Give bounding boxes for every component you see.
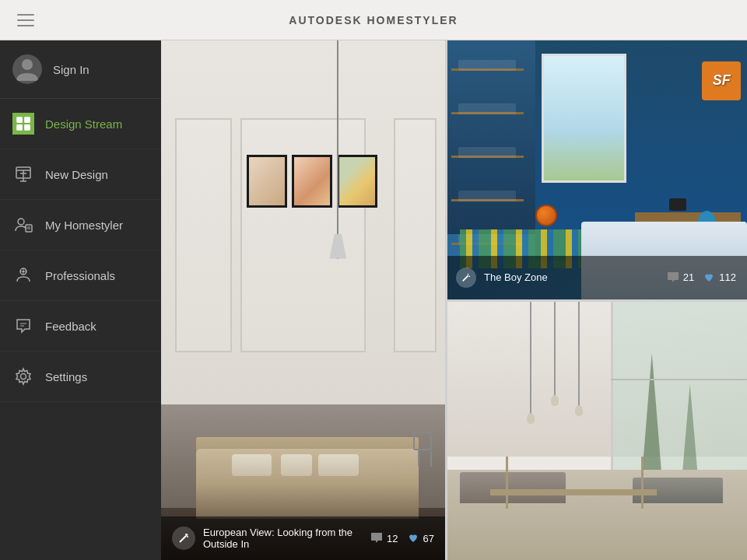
ms-table-leg-1	[506, 457, 508, 509]
ms-pendant-3	[578, 302, 580, 411]
svg-rect-4	[24, 124, 30, 131]
boy-zone-like-count: 112	[719, 271, 736, 283]
ms-pendant-bulb-3	[575, 405, 583, 416]
svg-line-28	[187, 534, 188, 535]
hamburger-line-2	[17, 19, 34, 21]
ms-glass-bar	[611, 379, 747, 380]
ms-pendant-bulb-1	[527, 413, 535, 424]
sign-in-item[interactable]: Sign In	[0, 40, 161, 99]
svg-rect-2	[24, 117, 30, 123]
sidebar-label-new-design: New Design	[45, 168, 108, 181]
svg-point-11	[18, 219, 24, 225]
modern-scene	[445, 302, 747, 561]
app-title-bold: HOMESTYLER	[366, 14, 458, 26]
pillow-1	[232, 454, 272, 476]
card-main-overlay: European View: Looking from the Outside …	[161, 516, 445, 560]
app-title: AUTODESK HOMESTYLER	[289, 14, 458, 26]
heart-icon	[406, 531, 420, 545]
bz-team-logo: SF	[702, 61, 741, 100]
card-boy-zone-title: The Boy Zone	[484, 271, 658, 283]
bedroom-scene	[161, 40, 445, 560]
svg-point-16	[23, 271, 25, 273]
hamburger-line-1	[17, 14, 34, 16]
card-main-title: European View: Looking from the Outside …	[203, 527, 362, 550]
comment-icon-bz	[666, 271, 680, 285]
svg-rect-1	[16, 117, 23, 123]
person-icon	[12, 54, 42, 84]
sidebar-item-design-stream[interactable]: Design Stream	[0, 99, 161, 149]
pillow-2	[281, 454, 312, 476]
sidebar-label-professionals: Professionals	[45, 269, 115, 282]
professionals-icon	[12, 264, 34, 286]
wall-panel-center	[240, 118, 366, 352]
feedback-icon	[12, 315, 34, 337]
bz-monitor	[669, 198, 686, 211]
svg-point-23	[21, 374, 26, 380]
sidebar-item-settings[interactable]: Settings	[0, 352, 161, 402]
main-like-count: 67	[423, 533, 434, 544]
app-header: AUTODESK HOMESTYLER	[0, 0, 747, 40]
sidebar: Sign In Design Stream	[0, 40, 161, 560]
svg-line-24	[180, 536, 186, 542]
svg-line-29	[463, 275, 468, 281]
card-main-comments: 12	[370, 531, 398, 545]
sidebar-item-professionals[interactable]: Professionals	[0, 250, 161, 301]
design-stream-icon	[12, 113, 34, 135]
nightstand-chair	[413, 432, 437, 467]
bed-frame	[175, 418, 439, 519]
sidebar-label-settings: Settings	[45, 370, 87, 383]
ms-sofa-1	[460, 472, 566, 503]
wall-panel-left	[175, 118, 232, 352]
bz-window	[542, 54, 626, 183]
app-title-regular: AUTODESK	[289, 14, 362, 26]
wand-icon-small	[461, 273, 471, 282]
new-design-icon	[12, 163, 34, 185]
sidebar-label-feedback: Feedback	[45, 320, 96, 333]
card-main-likes: 67	[406, 531, 434, 545]
svg-point-0	[22, 59, 33, 70]
wand-button[interactable]	[172, 527, 195, 550]
pendant-lamp	[337, 40, 338, 259]
my-homestyler-icon	[12, 214, 34, 236]
right-panel: SF The Boy Zone 21	[445, 40, 747, 560]
ms-pendant-2	[554, 302, 556, 400]
ms-table-leg-2	[641, 457, 644, 509]
wand-button-top-right[interactable]	[456, 268, 476, 288]
svg-rect-3	[16, 124, 23, 131]
bed	[175, 418, 439, 519]
artwork-frame-1	[247, 155, 287, 208]
hamburger-line-3	[17, 25, 34, 26]
ms-pendant-1	[530, 302, 531, 418]
avatar	[12, 54, 42, 84]
hamburger-button[interactable]	[12, 9, 39, 31]
artwork-group	[247, 155, 377, 208]
sidebar-label-my-homestyler: My Homestyler	[45, 219, 123, 232]
card-main-bedroom[interactable]: European View: Looking from the Outside …	[161, 40, 445, 560]
card-boy-zone-overlay: The Boy Zone 21 112	[445, 256, 747, 299]
wall-panel-right	[394, 118, 437, 352]
bz-shelf-2	[451, 112, 524, 114]
wand-icon	[178, 533, 189, 544]
artwork-frame-2	[292, 155, 332, 208]
artwork-frame-3	[337, 155, 377, 208]
card-boy-zone-comments: 21	[666, 271, 694, 285]
sidebar-item-feedback[interactable]: Feedback	[0, 301, 161, 352]
sidebar-item-my-homestyler[interactable]: My Homestyler	[0, 200, 161, 250]
card-boy-zone[interactable]: SF The Boy Zone 21	[445, 40, 747, 302]
sidebar-item-new-design[interactable]: New Design	[0, 149, 161, 200]
pillow-3	[318, 454, 358, 476]
sidebar-label-design-stream: Design Stream	[45, 117, 122, 131]
bz-shelf-1	[451, 68, 524, 71]
vertical-divider	[445, 40, 447, 560]
settings-icon	[12, 366, 34, 387]
comment-icon	[370, 531, 384, 545]
heart-icon-bz	[702, 271, 716, 285]
card-boy-zone-likes: 112	[702, 271, 736, 285]
sign-in-label: Sign In	[53, 63, 89, 76]
bz-shelf-3	[451, 156, 524, 158]
bed-mattress	[196, 449, 418, 519]
main-comment-count: 12	[387, 533, 398, 544]
ms-table	[490, 489, 656, 495]
bz-shelf-4	[451, 199, 524, 201]
card-modern-interior[interactable]	[445, 302, 747, 561]
